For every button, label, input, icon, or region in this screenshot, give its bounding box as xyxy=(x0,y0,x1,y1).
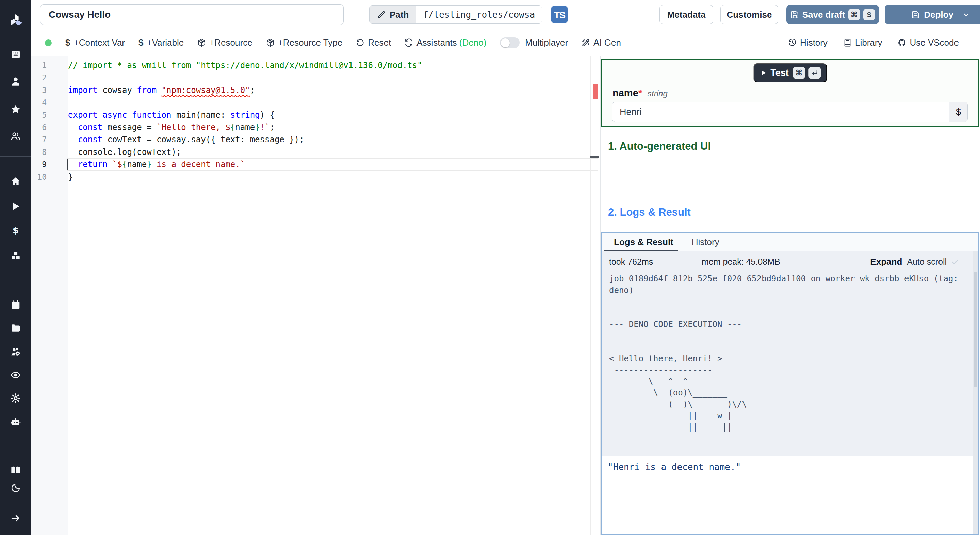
save-draft-button[interactable]: Save draft ⌘ S xyxy=(786,5,879,24)
code-line-7[interactable]: 7 const cowText = cowsay.say({ text: mes… xyxy=(31,134,600,146)
assistants-button[interactable]: Assistants (Deno) xyxy=(404,37,486,48)
field-label-row: name * string xyxy=(612,88,668,99)
chevron-down-icon[interactable] xyxy=(962,11,970,19)
code-text: } xyxy=(68,171,73,183)
toggle-knob xyxy=(501,38,510,47)
code-line-8[interactable]: 8 console.log(cowText); xyxy=(31,146,600,158)
calendar-icon xyxy=(10,299,21,310)
tab-history[interactable]: History xyxy=(692,237,719,247)
reset-button[interactable]: Reset xyxy=(356,37,391,48)
sidebar-item-bot[interactable] xyxy=(0,412,31,432)
use-vscode-button[interactable]: Use VScode xyxy=(898,37,959,48)
logs-panel: Logs & Result History took 762ms mem pea… xyxy=(601,232,978,535)
sidebar-item-settings[interactable] xyxy=(0,389,31,408)
indent-guide xyxy=(68,121,68,171)
code-line-3[interactable]: 3import cowsay from "npm:cowsay@1.5.0"; xyxy=(31,84,600,96)
code-text: console.log(cowText); xyxy=(68,146,181,158)
edit-path-button[interactable]: Path xyxy=(369,6,416,24)
cmd-key-badge: ⌘ xyxy=(793,67,805,79)
sidebar-item-play[interactable] xyxy=(0,197,31,216)
section-logs-result-heading: 2. Logs & Result xyxy=(608,206,691,218)
section-auto-ui-heading: 1. Auto-generated UI xyxy=(608,140,711,153)
code-text: // import * as wmill from "https://deno.… xyxy=(68,59,422,72)
code-text: return `${name} is a decent name.` xyxy=(68,158,245,170)
code-line-1[interactable]: 1// import * as wmill from "https://deno… xyxy=(31,59,600,72)
sidebar-item-dollar[interactable]: $ xyxy=(0,221,31,240)
dollar-sign-icon: $ xyxy=(65,37,70,48)
windmill-logo-icon[interactable] xyxy=(8,12,24,28)
metadata-button[interactable]: Metadata xyxy=(659,5,713,24)
arrow-right-icon xyxy=(10,513,21,524)
path-input[interactable]: f/testing_roles/cowsa xyxy=(416,6,542,24)
logs-scrollbar[interactable] xyxy=(973,251,978,534)
sidebar-item-user[interactable] xyxy=(0,72,31,91)
line-number: 10 xyxy=(31,171,47,183)
user-icon xyxy=(10,76,21,87)
add-variable-button[interactable]: $ +Variable xyxy=(138,37,184,48)
book-open-icon xyxy=(10,465,21,475)
code-text: export async function main(name: string)… xyxy=(68,109,275,121)
kiosk-icon xyxy=(10,49,21,60)
sidebar-item-users-cog[interactable] xyxy=(0,342,31,361)
rotate-ccw-icon xyxy=(356,38,364,47)
code-line-6[interactable]: 6 const message = `Hello there, ${name}!… xyxy=(31,121,600,134)
add-context-var-button[interactable]: $ +Context Var xyxy=(65,37,125,48)
code-line-4[interactable]: 4 xyxy=(31,96,600,108)
code-line-2[interactable]: 2 xyxy=(31,72,600,84)
customise-button[interactable]: Customise xyxy=(721,5,778,24)
pencil-icon xyxy=(377,11,385,19)
corner-down-left-icon xyxy=(811,69,818,76)
sidebar-item-folder[interactable] xyxy=(0,318,31,338)
insert-variable-button[interactable]: $ xyxy=(949,102,967,122)
app-sidebar: $ xyxy=(0,0,31,535)
sidebar-item-calendar[interactable] xyxy=(0,295,31,314)
code-editor[interactable]: 1// import * as wmill from "https://deno… xyxy=(31,56,601,535)
args-form: Test ⌘ name * string $ xyxy=(601,59,979,127)
home-icon xyxy=(10,176,21,187)
error-marker xyxy=(593,84,598,99)
code-text: const message = `Hello there, ${name}!`; xyxy=(68,121,275,134)
assistants-lang-label: (Deno) xyxy=(460,37,486,48)
sidebar-item-book-open[interactable] xyxy=(0,460,31,479)
add-resource-button[interactable]: +Resource xyxy=(197,37,252,48)
line-number: 8 xyxy=(31,146,47,158)
code-line-9[interactable]: 9 return `${name} is a decent name.` xyxy=(31,158,600,170)
github-icon xyxy=(898,38,906,47)
sidebar-item-home[interactable] xyxy=(0,172,31,191)
sidebar-item-moon[interactable] xyxy=(0,479,31,498)
test-button[interactable]: Test ⌘ xyxy=(753,63,827,82)
sidebar-item-boxes[interactable] xyxy=(0,246,31,265)
scrollbar-thumb[interactable] xyxy=(974,272,977,387)
sidebar-item-kiosk[interactable] xyxy=(0,45,31,64)
tab-logs-result[interactable]: Logs & Result xyxy=(614,237,673,247)
run-duration: took 762ms xyxy=(609,257,702,267)
path-group: Path f/testing_roles/cowsa xyxy=(369,5,542,24)
code-text: const cowText = cowsay.say({ text: messa… xyxy=(68,134,304,146)
field-name-label: name xyxy=(612,88,638,99)
line-number: 4 xyxy=(31,96,47,108)
save-icon xyxy=(791,11,799,19)
expand-button[interactable]: Expand xyxy=(870,256,902,267)
sidebar-item-users[interactable] xyxy=(0,127,31,146)
history-button[interactable]: History xyxy=(788,37,827,48)
run-stats-row: took 762ms mem peak: 45.08MB Expand Auto… xyxy=(602,251,978,267)
library-button[interactable]: Library xyxy=(843,37,882,48)
boxes-icon xyxy=(10,250,21,261)
deploy-button[interactable]: Deploy xyxy=(885,5,980,24)
ai-gen-button[interactable]: AI Gen xyxy=(582,37,621,48)
code-line-10[interactable]: 10} xyxy=(31,171,600,183)
add-resource-type-button[interactable]: +Resource Type xyxy=(266,37,343,48)
autoscroll-label[interactable]: Auto scroll xyxy=(907,257,947,267)
name-field-input[interactable] xyxy=(612,102,948,122)
code-line-5[interactable]: 5export async function main(name: string… xyxy=(31,109,600,121)
bot-icon xyxy=(10,417,21,427)
preview-panel: Test ⌘ name * string $ 1. Auto-generated… xyxy=(601,56,980,535)
sidebar-item-eye[interactable] xyxy=(0,366,31,385)
sidebar-item-arrow-right[interactable] xyxy=(0,509,31,528)
moon-icon xyxy=(10,482,21,494)
name-field-wrap: $ xyxy=(612,102,968,122)
script-title-input[interactable] xyxy=(40,5,344,25)
check-icon[interactable] xyxy=(951,258,959,266)
multiplayer-toggle[interactable] xyxy=(500,37,520,48)
sidebar-item-star[interactable] xyxy=(0,100,31,119)
